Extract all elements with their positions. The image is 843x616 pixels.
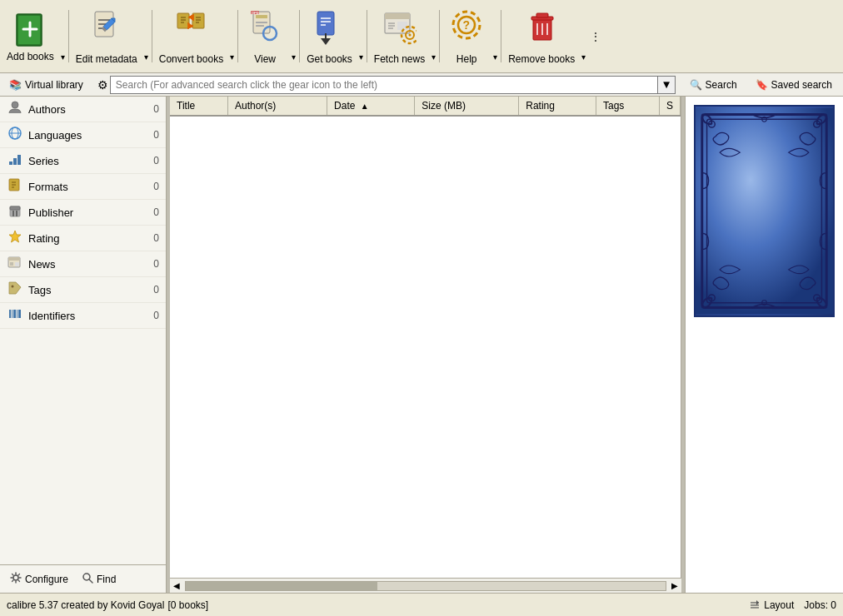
help-button[interactable]: ? Help	[441, 3, 491, 70]
remove-books-icon	[525, 8, 558, 50]
news-count: 0	[146, 258, 159, 270]
remove-books-button[interactable]: Remove books	[503, 3, 580, 70]
configure-label: Configure	[25, 574, 68, 585]
view-button[interactable]: OPD View	[240, 3, 290, 70]
convert-books-icon	[174, 8, 207, 50]
col-tags-label: Tags	[603, 100, 624, 112]
col-date[interactable]: Date ▲	[327, 97, 415, 116]
table-scrollbar[interactable]: ◀ ▶	[170, 578, 681, 593]
svg-rect-70	[15, 262, 19, 266]
sep2	[152, 10, 152, 62]
table-header-row: Title Author(s) Date ▲ Size (MB)	[170, 97, 681, 116]
status-text: calibre 5.37 created by Kovid Goyal	[7, 599, 164, 611]
book-cover	[694, 105, 835, 317]
sidebar-item-rating[interactable]: Rating 0	[0, 226, 166, 251]
search-dropdown-button[interactable]: ▼	[658, 76, 675, 94]
svg-rect-56	[17, 155, 21, 165]
svg-point-40	[408, 33, 411, 36]
book-preview-panel	[685, 97, 843, 593]
help-arrow[interactable]: ▾	[491, 3, 499, 70]
layout-label: Layout	[764, 599, 794, 611]
scroll-track[interactable]	[185, 581, 666, 591]
search-container: ⚙ ▼	[96, 76, 676, 94]
view-icon: OPD	[248, 8, 282, 50]
col-s-label: S	[666, 100, 673, 112]
find-button[interactable]: Find	[78, 570, 119, 588]
sidebar-item-identifiers[interactable]: Identifiers 0	[0, 303, 166, 329]
view-group: OPD View ▾	[240, 3, 297, 69]
svg-rect-63	[12, 211, 14, 216]
col-s[interactable]: S	[659, 97, 680, 116]
scroll-right-button[interactable]: ▶	[668, 581, 681, 590]
tags-icon	[7, 281, 23, 299]
sidebar-item-series[interactable]: Series 0	[0, 148, 166, 174]
statusbar: calibre 5.37 created by Kovid Goyal [0 b…	[0, 593, 843, 616]
layout-button[interactable]: Layout	[749, 599, 794, 611]
fetch-news-group: Fetch news ▾	[369, 3, 437, 69]
edit-metadata-button[interactable]: Edit metadata	[71, 3, 142, 70]
svg-marker-31	[321, 38, 331, 45]
sidebar-item-publisher[interactable]: Publisher 0	[0, 200, 166, 226]
sidebar-item-languages[interactable]: Languages 0	[0, 122, 166, 148]
col-tags[interactable]: Tags	[596, 97, 659, 116]
saved-search-button[interactable]: 🔖 Saved search	[748, 77, 840, 93]
view-arrow[interactable]: ▾	[290, 3, 297, 70]
svg-rect-26	[317, 12, 334, 35]
authors-count: 0	[146, 103, 159, 115]
add-books-group: Add books ▾	[2, 3, 67, 69]
add-books-button[interactable]: Add books	[2, 3, 59, 70]
convert-books-arrow[interactable]: ▾	[228, 3, 236, 70]
sidebar-item-formats[interactable]: Formats 0	[0, 174, 166, 200]
col-title[interactable]: Title	[170, 97, 228, 116]
svg-text:OPD: OPD	[252, 11, 259, 15]
publisher-count: 0	[146, 206, 159, 218]
scroll-left-button[interactable]: ◀	[170, 581, 183, 590]
search-button-label: Search	[706, 79, 737, 91]
fetch-news-arrow[interactable]: ▾	[430, 3, 437, 70]
get-books-group: Get books ▾	[302, 3, 365, 69]
tags-count: 0	[146, 284, 159, 296]
sep5	[367, 10, 367, 62]
col-authors-label: Author(s)	[235, 100, 276, 112]
book-table[interactable]: Title Author(s) Date ▲ Size (MB)	[170, 97, 681, 578]
col-rating[interactable]: Rating	[519, 97, 596, 116]
add-books-arrow[interactable]: ▾	[59, 3, 67, 70]
remove-books-label: Remove books	[508, 53, 575, 65]
configure-button[interactable]: Configure	[7, 570, 72, 588]
get-books-label: Get books	[307, 53, 352, 65]
search-input[interactable]	[110, 76, 659, 94]
convert-books-group: Convert books ▾	[154, 3, 236, 69]
find-icon	[82, 572, 93, 586]
toolbar-more-button[interactable]: ⋮	[587, 27, 604, 46]
edit-metadata-arrow[interactable]: ▾	[142, 3, 150, 70]
svg-rect-22	[256, 25, 264, 27]
svg-point-77	[13, 575, 18, 580]
get-books-arrow[interactable]: ▾	[357, 3, 365, 70]
series-icon	[7, 152, 23, 170]
sidebar-item-tags[interactable]: Tags 0	[0, 277, 166, 303]
fetch-news-button[interactable]: Fetch news	[369, 3, 430, 70]
series-label: Series	[28, 155, 146, 167]
bookmark-icon: 🔖	[756, 79, 768, 91]
scroll-thumb	[186, 582, 377, 590]
help-label: Help	[456, 53, 477, 65]
sidebar-item-authors[interactable]: Authors 0	[0, 97, 166, 122]
get-books-button[interactable]: Get books	[302, 3, 357, 70]
sidebar-item-news[interactable]: News 0	[0, 251, 166, 277]
search-gear-button[interactable]: ⚙	[96, 77, 110, 93]
sidebar-spacer	[0, 329, 166, 564]
convert-books-button[interactable]: Convert books	[154, 3, 228, 70]
remove-books-arrow[interactable]: ▾	[580, 3, 587, 70]
toolbar: Add books ▾ Edit metadata	[0, 0, 843, 73]
rating-icon	[7, 229, 23, 247]
fetch-news-label: Fetch news	[374, 53, 425, 65]
col-size[interactable]: Size (MB)	[415, 97, 519, 116]
virtual-library-button[interactable]: 📚 Virtual library	[3, 77, 89, 93]
sort-asc-icon: ▲	[361, 102, 369, 111]
add-books-icon	[13, 11, 47, 47]
search-button[interactable]: 🔍 Search	[682, 77, 745, 93]
add-books-label: Add books	[7, 51, 54, 62]
col-authors[interactable]: Author(s)	[228, 97, 327, 116]
formats-count: 0	[146, 181, 159, 192]
help-group: ? Help ▾	[441, 3, 499, 69]
